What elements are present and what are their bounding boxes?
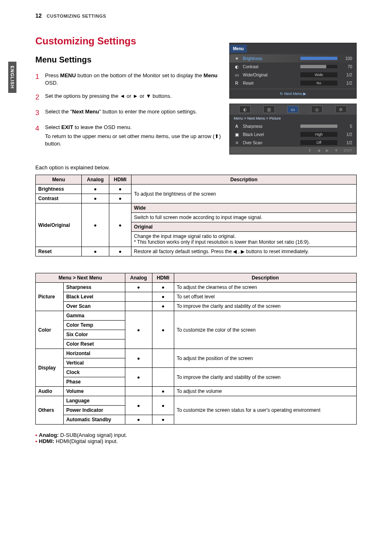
osd-bottom-nav: ⬆◀▶▼EXIT — [230, 147, 356, 154]
section-title: Menu Settings — [35, 55, 221, 65]
osd-value: 1/2 — [341, 81, 352, 85]
osd-tab: ◎ — [311, 106, 323, 113]
row-brightness: Brightness — [36, 185, 82, 194]
osd-tabs: ◐▥▭◎⚙ — [230, 104, 356, 115]
osd-value: 1/2 — [341, 132, 352, 137]
step-number: 1 — [35, 72, 39, 87]
osd-title: Menu — [230, 45, 247, 53]
osd-value: 100 — [341, 56, 352, 61]
th2-menu: Menu > Next Menu — [36, 273, 125, 283]
step-item: 3Select the "Next Menu" button to enter … — [35, 108, 221, 118]
row-contrast: Contrast — [36, 194, 82, 203]
cat-audio: Audio — [36, 387, 64, 396]
language-tab: ENGLISH — [8, 62, 16, 93]
osd-slider — [300, 65, 337, 68]
osd-nav-button: ▶ — [326, 148, 329, 152]
osd-screenshots: Menu ☀Brightness100◐Contrast70▭Wide/Orig… — [229, 43, 357, 155]
osd-row-icon: ▣ — [234, 132, 240, 137]
th-menu: Menu — [36, 175, 82, 185]
osd-tab: ▭ — [287, 106, 299, 113]
th-analog: Analog — [82, 175, 109, 185]
menu-table: Menu Analog HDMI Description Brightness … — [35, 175, 357, 256]
step-text: Select the "Next Menu" button to enter t… — [45, 108, 197, 118]
osd-row-label: Sharpness — [243, 124, 297, 129]
osd-breadcrumb: Menu > Next Menu > Picture — [230, 115, 356, 122]
th2-hdmi: HDMI — [152, 273, 174, 283]
osd-row-icon: ◐ — [234, 64, 240, 69]
osd-slider — [300, 57, 337, 60]
explain-text: Each option is explained below. — [35, 164, 357, 171]
osd-value-box: Off — [300, 140, 337, 145]
osd-value-box: High — [300, 132, 337, 137]
osd-row-icon: ☀ — [234, 55, 240, 61]
osd-row-label: Contrast — [243, 65, 297, 69]
step-item: 1Press MENU button on the bottom of the … — [35, 72, 221, 87]
osd-nav-button: ▼ — [334, 148, 338, 152]
cat-color: Color — [36, 311, 64, 349]
step-number: 3 — [35, 108, 39, 118]
osd-value: 5 — [341, 124, 352, 129]
step-number: 4 — [35, 124, 39, 148]
osd-nav-button: ⬆ — [308, 148, 311, 152]
osd-row-icon: ⌑ — [234, 140, 240, 145]
osd-row-label: Brightness — [243, 56, 297, 61]
cat-picture: Picture — [36, 283, 64, 311]
osd-tab: ◐ — [239, 106, 251, 113]
step-item: 2Set the options by pressing the ◄ or ► … — [35, 92, 221, 102]
footnotes: •Analog: D-SUB(Analog signal) input. •HD… — [35, 432, 357, 444]
osd-tab: ▥ — [263, 106, 275, 113]
th2-desc: Description — [174, 273, 356, 283]
step-item: 4Select EXIT to leave the OSD menu.To re… — [35, 124, 221, 148]
osd-menu-secondary: ◐▥▭◎⚙ Menu > Next Menu > Picture ASharpn… — [229, 104, 357, 155]
osd-value-box: Wide — [300, 72, 337, 77]
osd-value: 70 — [341, 65, 352, 69]
osd-value: 1/2 — [341, 141, 352, 145]
cat-others: Others — [36, 396, 64, 425]
header-title: CUSTOMIZING SETTINGS — [47, 14, 106, 18]
th-desc: Description — [131, 175, 357, 185]
osd-row-label: Over Scan — [243, 141, 297, 145]
step-text: Press MENU button on the bottom of the M… — [45, 72, 221, 87]
osd-row: ☀Brightness100 — [230, 54, 356, 62]
osd-row-icon: A — [234, 123, 240, 129]
osd-row-icon: R — [234, 80, 240, 86]
th2-analog: Analog — [125, 273, 152, 283]
step-text: Select EXIT to leave the OSD menu.To ret… — [45, 124, 221, 148]
cat-display: Display — [36, 349, 64, 387]
step-number: 2 — [35, 92, 39, 102]
osd-nav-button: EXIT — [344, 148, 352, 152]
osd-menu-primary: Menu ☀Brightness100◐Contrast70▭Wide/Orig… — [229, 43, 357, 99]
osd-row-label: Wide/Original — [243, 73, 297, 77]
steps-list: 1Press MENU button on the bottom of the … — [35, 72, 221, 148]
osd-row: ⌑Over ScanOff1/2 — [230, 138, 356, 147]
osd-row: ▣Black LevelHigh1/2 — [230, 130, 356, 138]
row-reset: Reset — [36, 247, 82, 256]
osd-value-box: No — [300, 81, 337, 85]
osd-row-label: Reset — [243, 81, 297, 85]
th-hdmi: HDMI — [109, 175, 131, 185]
osd-tab: ⚙ — [335, 106, 347, 113]
osd-next-menu-nav: ↻ Next Menu ▶ — [230, 89, 356, 98]
osd-row: ▭Wide/OriginalWide1/2 — [230, 71, 356, 79]
page-number: 12 — [35, 12, 42, 19]
osd-row-icon: ▭ — [234, 72, 240, 78]
osd-row-label: Black Level — [243, 132, 297, 137]
page-header: 12 CUSTOMIZING SETTINGS — [35, 12, 357, 19]
row-wide-original: Wide/Original — [36, 203, 82, 247]
osd-value: 1/2 — [341, 73, 352, 77]
osd-row: ◐Contrast70 — [230, 62, 356, 71]
osd-nav-button: ◀ — [317, 148, 320, 152]
osd-row: ASharpness5 — [230, 122, 356, 130]
step-text: Set the options by pressing the ◄ or ► o… — [45, 92, 171, 102]
next-menu-table: Menu > Next Menu Analog HDMI Description… — [35, 273, 357, 425]
osd-slider — [300, 125, 337, 128]
osd-row: RResetNo1/2 — [230, 79, 356, 87]
